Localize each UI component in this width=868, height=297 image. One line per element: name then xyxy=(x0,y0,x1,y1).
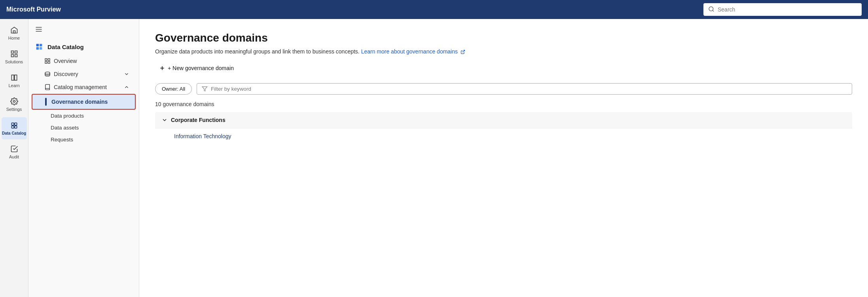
filter-icon xyxy=(202,86,208,92)
sidebar-item-data-assets[interactable]: Data assets xyxy=(32,122,136,133)
svg-point-23 xyxy=(45,72,50,74)
svg-point-7 xyxy=(13,101,15,103)
sidebar: Data Catalog Overview Discovery xyxy=(28,19,139,297)
search-icon xyxy=(708,6,714,13)
chevron-down-domain-icon xyxy=(161,117,168,123)
catalog-icon xyxy=(10,122,18,129)
hamburger-icon xyxy=(35,25,43,33)
gear-icon xyxy=(10,97,18,105)
domain-sub-item-information-technology[interactable]: Information Technology xyxy=(155,128,852,144)
audit-icon xyxy=(10,145,18,153)
discovery-icon xyxy=(44,71,51,77)
svg-rect-21 xyxy=(45,61,47,63)
svg-rect-11 xyxy=(14,126,17,128)
keyword-filter[interactable] xyxy=(197,83,852,95)
svg-line-1 xyxy=(713,10,714,11)
svg-rect-6 xyxy=(15,55,17,57)
main-content: Governance domains Organize data product… xyxy=(139,19,868,297)
sidebar-item-overview[interactable]: Overview xyxy=(32,55,136,67)
sidebar-item-requests[interactable]: Requests xyxy=(32,134,136,145)
domain-group-header[interactable]: Corporate Functions xyxy=(155,112,852,128)
svg-rect-15 xyxy=(36,44,39,46)
data-catalog-section-icon xyxy=(35,42,44,51)
svg-line-24 xyxy=(462,50,465,53)
catalog-mgmt-icon xyxy=(44,84,51,90)
svg-rect-10 xyxy=(14,123,17,125)
chevron-up-icon xyxy=(124,84,129,90)
icon-nav: Home Solutions Learn Settings xyxy=(0,19,28,297)
page-title: Governance domains xyxy=(155,32,852,44)
svg-rect-4 xyxy=(15,51,17,53)
nav-item-audit[interactable]: Audit xyxy=(2,141,27,163)
svg-rect-5 xyxy=(11,55,13,57)
svg-rect-8 xyxy=(11,123,14,125)
chevron-down-icon xyxy=(124,71,129,77)
sidebar-item-discovery[interactable]: Discovery xyxy=(32,68,136,80)
main-layout: Home Solutions Learn Settings xyxy=(0,19,868,297)
topbar: Microsoft Purview xyxy=(0,0,868,19)
svg-rect-16 xyxy=(36,47,39,50)
sidebar-item-catalog-management[interactable]: Catalog management xyxy=(32,81,136,93)
svg-point-0 xyxy=(709,7,713,11)
svg-rect-18 xyxy=(40,47,42,50)
nav-item-home[interactable]: Home xyxy=(2,22,27,44)
svg-rect-2 xyxy=(13,31,15,33)
search-bar[interactable] xyxy=(703,3,862,16)
svg-rect-22 xyxy=(48,61,50,63)
active-indicator xyxy=(45,98,47,106)
nav-item-settings[interactable]: Settings xyxy=(2,93,27,116)
svg-rect-9 xyxy=(11,126,14,128)
external-link-icon xyxy=(461,50,465,54)
nav-item-learn[interactable]: Learn xyxy=(2,70,27,92)
search-input[interactable] xyxy=(718,6,857,13)
domain-group-corporate-functions: Corporate Functions Information Technolo… xyxy=(155,112,852,144)
sidebar-item-data-products[interactable]: Data products xyxy=(32,110,136,122)
plus-icon xyxy=(159,65,165,71)
filter-row: Owner: All xyxy=(155,83,852,95)
page-description: Organize data products into meaningful g… xyxy=(155,48,852,55)
svg-rect-3 xyxy=(11,51,13,53)
book-icon xyxy=(10,74,18,82)
grid-icon xyxy=(10,50,18,58)
domain-count: 10 governance domains xyxy=(155,101,852,107)
svg-rect-17 xyxy=(40,44,42,46)
hamburger-menu[interactable] xyxy=(28,24,139,39)
svg-rect-19 xyxy=(45,59,47,61)
learn-more-link[interactable]: Learn more about governance domains xyxy=(361,48,465,55)
nav-item-solutions[interactable]: Solutions xyxy=(2,46,27,68)
owner-filter-button[interactable]: Owner: All xyxy=(155,83,192,95)
sidebar-item-governance-domains[interactable]: Governance domains xyxy=(32,94,136,110)
keyword-filter-input[interactable] xyxy=(211,86,847,92)
svg-rect-20 xyxy=(48,59,50,61)
home-icon xyxy=(10,26,18,34)
sidebar-section-data-catalog[interactable]: Data Catalog xyxy=(28,39,139,54)
nav-item-data-catalog[interactable]: Data Catalog xyxy=(2,117,27,139)
overview-icon xyxy=(44,58,51,64)
svg-marker-27 xyxy=(202,87,207,91)
app-title: Microsoft Purview xyxy=(6,6,703,13)
new-governance-domain-button[interactable]: + New governance domain xyxy=(155,63,238,74)
